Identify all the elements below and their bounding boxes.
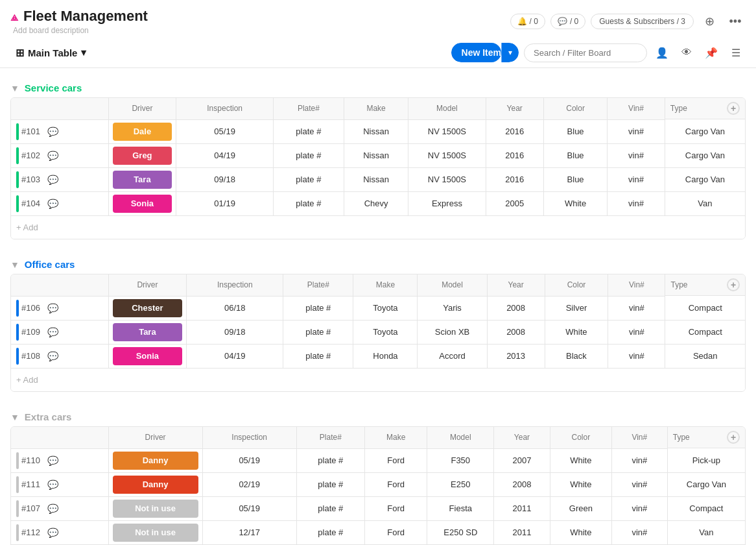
update-badge[interactable]: 💬 / 0 (550, 14, 585, 29)
cell-type-#104[interactable]: Van (665, 191, 745, 215)
new-item-arrow-button[interactable]: ▾ (501, 43, 519, 62)
cell-make-#107[interactable]: Ford (365, 496, 427, 520)
cell-driver-#106[interactable]: Chester (108, 296, 187, 320)
cell-color-#107[interactable]: Green (550, 496, 611, 520)
cell-vin-#112[interactable]: vin# (611, 520, 667, 544)
driver-badge[interactable]: Sonia (113, 195, 172, 213)
cell-color-#110[interactable]: White (550, 448, 611, 472)
cell-plate-#106[interactable]: plate # (283, 296, 353, 320)
cell-color-#104[interactable]: White (543, 191, 607, 215)
driver-badge[interactable]: Danny (113, 476, 198, 494)
comment-icon[interactable]: 💬 (47, 503, 58, 514)
cell-year-#104[interactable]: 2005 (486, 191, 543, 215)
cell-type-#106[interactable]: Compact (665, 296, 745, 320)
group-toggle-service-cars[interactable]: ▼ (10, 83, 19, 93)
cell-make-#110[interactable]: Ford (365, 448, 427, 472)
cell-driver-#101[interactable]: Dale (108, 119, 176, 143)
cell-inspection-#104[interactable]: 01/19 (176, 191, 274, 215)
group-title-extra-cars[interactable]: Extra cars (25, 411, 72, 422)
cell-driver-#104[interactable]: Sonia (108, 191, 176, 215)
add-row-service-cars[interactable]: + Add (11, 215, 745, 239)
cell-make-#102[interactable]: Nissan (344, 143, 408, 167)
cell-color-#106[interactable]: Silver (545, 296, 608, 320)
more-options-btn[interactable]: ••• (725, 11, 746, 32)
cell-model-#109[interactable]: Scion XB (418, 320, 487, 344)
add-row-office-cars[interactable]: + Add (11, 368, 745, 391)
cell-plate-#111[interactable]: plate # (296, 472, 364, 496)
driver-badge[interactable]: Chester (113, 299, 183, 317)
cell-plate-#110[interactable]: plate # (296, 448, 364, 472)
invite-icon-btn[interactable]: ⊕ (699, 11, 720, 32)
cell-vin-#104[interactable]: vin# (608, 191, 665, 215)
add-item-btn-service-cars[interactable]: + Add (11, 223, 43, 232)
cell-make-#101[interactable]: Nissan (344, 119, 408, 143)
driver-badge[interactable]: Not in use (113, 524, 198, 542)
cell-type-#103[interactable]: Cargo Van (665, 167, 745, 191)
cell-plate-#112[interactable]: plate # (296, 520, 364, 544)
search-input[interactable] (524, 43, 647, 62)
comment-icon[interactable]: 💬 (47, 327, 58, 337)
cell-model-#111[interactable]: E250 (427, 472, 494, 496)
cell-model-#110[interactable]: F350 (427, 448, 494, 472)
driver-badge[interactable]: Danny (113, 452, 198, 470)
person-icon-btn[interactable]: 👤 (652, 43, 672, 62)
cell-model-#101[interactable]: NV 1500S (408, 119, 486, 143)
cell-color-#109[interactable]: White (545, 320, 608, 344)
cell-driver-#110[interactable]: Danny (108, 448, 202, 472)
cell-year-#101[interactable]: 2016 (486, 119, 543, 143)
cell-model-#107[interactable]: Fiesta (427, 496, 494, 520)
group-toggle-office-cars[interactable]: ▼ (10, 260, 19, 270)
cell-make-#109[interactable]: Toyota (353, 320, 418, 344)
cell-model-#112[interactable]: E250 SD (427, 520, 494, 544)
cell-color-#108[interactable]: Black (545, 344, 608, 368)
cell-year-#112[interactable]: 2011 (494, 520, 550, 544)
driver-badge[interactable]: Not in use (113, 500, 198, 518)
cell-make-#103[interactable]: Nissan (344, 167, 408, 191)
cell-vin-#110[interactable]: vin# (611, 448, 667, 472)
cell-vin-#103[interactable]: vin# (608, 167, 665, 191)
cell-inspection-#108[interactable]: 04/19 (187, 344, 283, 368)
cell-year-#109[interactable]: 2008 (487, 320, 545, 344)
cell-plate-#108[interactable]: plate # (283, 344, 353, 368)
cell-driver-#103[interactable]: Tara (108, 167, 176, 191)
eye-icon-btn[interactable]: 👁 (677, 43, 696, 62)
cell-plate-#103[interactable]: plate # (273, 167, 344, 191)
group-title-office-cars[interactable]: Office cars (25, 259, 75, 270)
cell-inspection-#106[interactable]: 06/18 (187, 296, 283, 320)
add-item-btn-office-cars[interactable]: + Add (11, 375, 43, 385)
cell-plate-#104[interactable]: plate # (273, 191, 344, 215)
cell-inspection-#102[interactable]: 04/19 (176, 143, 274, 167)
guests-badge[interactable]: Guests & Subscribers / 3 (591, 14, 694, 29)
cell-year-#106[interactable]: 2008 (487, 296, 545, 320)
cell-driver-#102[interactable]: Greg (108, 143, 176, 167)
cell-year-#102[interactable]: 2016 (486, 143, 543, 167)
cell-model-#104[interactable]: Express (408, 191, 486, 215)
driver-badge[interactable]: Tara (113, 171, 172, 189)
cell-type-#109[interactable]: Compact (665, 320, 745, 344)
cell-year-#110[interactable]: 2007 (494, 448, 550, 472)
cell-inspection-#101[interactable]: 05/19 (176, 119, 274, 143)
pin-icon-btn[interactable]: 📌 (702, 43, 721, 62)
cell-inspection-#103[interactable]: 09/18 (176, 167, 274, 191)
comment-icon[interactable]: 💬 (47, 151, 58, 161)
cell-type-#102[interactable]: Cargo Van (665, 143, 745, 167)
cell-plate-#101[interactable]: plate # (273, 119, 344, 143)
driver-badge[interactable]: Dale (113, 123, 172, 141)
cell-make-#104[interactable]: Chevy (344, 191, 408, 215)
comment-icon[interactable]: 💬 (47, 175, 58, 185)
main-table-btn[interactable]: ⊞ Main Table ▾ (10, 44, 91, 62)
comment-icon[interactable]: 💬 (47, 199, 58, 209)
cell-type-#110[interactable]: Pick-up (667, 448, 745, 472)
cell-driver-#109[interactable]: Tara (108, 320, 187, 344)
new-item-button[interactable]: New Item (451, 43, 501, 62)
cell-driver-#112[interactable]: Not in use (108, 520, 202, 544)
cell-inspection-#111[interactable]: 02/19 (202, 472, 296, 496)
cell-color-#111[interactable]: White (550, 472, 611, 496)
cell-vin-#107[interactable]: vin# (611, 496, 667, 520)
cell-driver-#108[interactable]: Sonia (108, 344, 187, 368)
activity-badge[interactable]: 🔔 / 0 (510, 14, 545, 29)
comment-icon[interactable]: 💬 (47, 455, 58, 466)
comment-icon[interactable]: 💬 (47, 527, 58, 538)
cell-vin-#106[interactable]: vin# (608, 296, 665, 320)
comment-icon[interactable]: 💬 (47, 351, 58, 361)
